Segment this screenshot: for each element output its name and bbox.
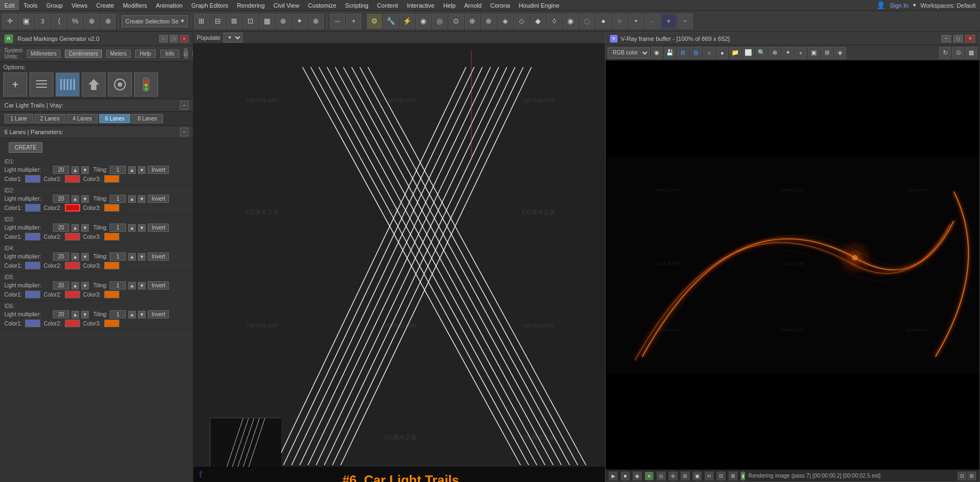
tb-icon10[interactable]: ◇ <box>514 14 529 29</box>
lane-1-btn[interactable]: 1 Lane <box>4 114 33 123</box>
id5-tiling-down[interactable]: ▼ <box>138 282 146 290</box>
id3-multiplier-input[interactable] <box>53 224 69 232</box>
id4-multiplier-input[interactable] <box>53 252 69 261</box>
vray-btn5[interactable]: ○ <box>703 47 715 59</box>
id3-multiplier-up[interactable]: ▲ <box>71 224 79 232</box>
vray-btn2[interactable]: 💾 <box>664 47 676 59</box>
tool3[interactable]: 3 <box>35 14 50 29</box>
section-collapse-btn[interactable]: − <box>180 101 189 110</box>
app-restore-btn[interactable]: □ <box>170 35 178 43</box>
lane-6-btn[interactable]: 6 Lanes <box>99 114 131 123</box>
menu-arnold[interactable]: Arnold <box>460 0 486 10</box>
vray-btn8[interactable]: ⬜ <box>742 47 754 59</box>
tb-btn9[interactable]: ⊟ <box>210 14 226 29</box>
id4-invert-btn[interactable]: Invert <box>148 252 169 261</box>
tb-btn14[interactable]: ✦ <box>292 14 307 29</box>
move-btn[interactable]: ✛ <box>2 14 17 29</box>
tb-icon2[interactable]: 🔧 <box>383 14 398 29</box>
id3-color1-swatch[interactable] <box>25 233 40 240</box>
tool4[interactable]: ⟨ <box>51 14 66 29</box>
vray-render-canvas[interactable]: cgmszj.com cgmszj.com cgmszj.com CG美术之家 … <box>606 61 979 469</box>
option-stripes-btn[interactable] <box>56 73 80 97</box>
tb-icon11[interactable]: ◆ <box>530 14 546 29</box>
vray-btn14[interactable]: ⊞ <box>821 47 833 59</box>
tb-icon5[interactable]: ◎ <box>432 14 447 29</box>
menu-customize[interactable]: Customize <box>304 0 341 10</box>
menu-interactive[interactable]: Interactive <box>402 0 439 10</box>
tb-btn17[interactable]: + <box>346 14 361 29</box>
tb-icon12[interactable]: ◊ <box>547 14 562 29</box>
id5-multiplier-input[interactable] <box>53 281 69 290</box>
id2-multiplier-down[interactable]: ▼ <box>81 195 89 203</box>
tb-btn12[interactable]: ▦ <box>259 14 275 29</box>
status-btn3[interactable]: ◉ <box>633 472 642 480</box>
tb-icon3[interactable]: ⚡ <box>400 14 415 29</box>
status-expand-btn[interactable]: ⊡ <box>958 472 966 480</box>
id4-tiling-input[interactable] <box>110 252 126 261</box>
status-settings-btn[interactable]: ⊞ <box>967 472 976 480</box>
id4-multiplier-up[interactable]: ▲ <box>71 253 79 261</box>
app-close-btn[interactable]: × <box>180 35 189 43</box>
id3-tiling-down[interactable]: ▼ <box>138 224 146 232</box>
id3-tiling-input[interactable] <box>110 224 126 232</box>
option-add-btn[interactable]: + <box>3 73 27 97</box>
id2-color2-swatch[interactable] <box>65 204 80 212</box>
status-btn11[interactable]: ⊠ <box>729 472 737 480</box>
menu-create[interactable]: Create <box>92 0 118 10</box>
id3-invert-btn[interactable]: Invert <box>148 224 169 232</box>
vray-restore-btn[interactable]: □ <box>953 35 963 43</box>
id2-tiling-down[interactable]: ▼ <box>138 195 146 203</box>
id3-multiplier-down[interactable]: ▼ <box>81 224 89 232</box>
tb-icon6[interactable]: ⊙ <box>449 14 464 29</box>
vray-btn10[interactable]: ⊕ <box>769 47 781 59</box>
tb-icon13[interactable]: ◉ <box>563 14 578 29</box>
params-collapse-btn[interactable]: − <box>180 128 189 136</box>
menu-group[interactable]: Group <box>42 0 68 10</box>
tool7[interactable]: ⊗ <box>100 14 116 29</box>
vray-btn13[interactable]: ▣ <box>808 47 820 59</box>
id2-color3-swatch[interactable] <box>104 204 119 212</box>
create-selection-dropdown[interactable]: Create Selection Se ▾ <box>122 15 188 27</box>
vray-btn-r1[interactable]: ↻ <box>939 47 951 59</box>
id1-tiling-down[interactable]: ▼ <box>138 166 146 174</box>
app-minimize-btn[interactable]: − <box>159 35 168 43</box>
id1-invert-btn[interactable]: Invert <box>148 166 169 174</box>
id6-tiling-input[interactable] <box>110 310 126 318</box>
menu-animation[interactable]: Animation <box>152 0 187 10</box>
menu-scripting[interactable]: Scripting <box>341 0 373 10</box>
id1-tiling-input[interactable] <box>110 166 126 174</box>
tb-btn15[interactable]: ⊗ <box>308 14 324 29</box>
tb-icon1[interactable]: ⚙ <box>367 14 382 29</box>
status-stop-btn[interactable]: ■ <box>621 472 630 480</box>
id4-color2-swatch[interactable] <box>65 262 80 269</box>
id1-multiplier-input[interactable] <box>53 166 69 174</box>
option-arrows-btn[interactable] <box>82 73 106 97</box>
id6-color1-swatch[interactable] <box>25 320 40 327</box>
menu-tools[interactable]: Tools <box>19 0 42 10</box>
id5-multiplier-up[interactable]: ▲ <box>71 282 79 290</box>
tb-btn11[interactable]: ⊡ <box>243 14 258 29</box>
id4-color1-swatch[interactable] <box>25 262 40 269</box>
vray-btn9[interactable]: 🔍 <box>755 47 767 59</box>
vray-btn11[interactable]: ✦ <box>782 47 794 59</box>
id6-multiplier-down[interactable]: ▼ <box>81 311 89 318</box>
id5-invert-btn[interactable]: Invert <box>148 281 169 290</box>
id5-tiling-input[interactable] <box>110 281 126 290</box>
id4-tiling-down[interactable]: ▼ <box>138 253 146 261</box>
status-btn8[interactable]: ▣ <box>693 472 701 480</box>
millimeters-btn[interactable]: Millimeters <box>27 50 61 58</box>
id2-multiplier-up[interactable]: ▲ <box>71 195 79 203</box>
menu-corona[interactable]: Corona <box>486 0 515 10</box>
tb-icon8[interactable]: ⊗ <box>481 14 497 29</box>
id3-color2-swatch[interactable] <box>65 233 80 240</box>
id5-tiling-up[interactable]: ▲ <box>128 282 136 290</box>
id3-color3-swatch[interactable] <box>104 233 119 240</box>
vray-btn15[interactable]: ◈ <box>834 47 846 59</box>
vray-btn4[interactable]: B <box>690 47 702 59</box>
id4-multiplier-down[interactable]: ▼ <box>81 253 89 261</box>
lane-2-btn[interactable]: 2 Lanes <box>34 114 66 123</box>
option-circle-btn[interactable] <box>108 73 132 97</box>
tb-btn10[interactable]: ⊠ <box>227 14 242 29</box>
select-btn[interactable]: ▣ <box>19 14 34 29</box>
tb-icon4[interactable]: ◉ <box>416 14 431 29</box>
